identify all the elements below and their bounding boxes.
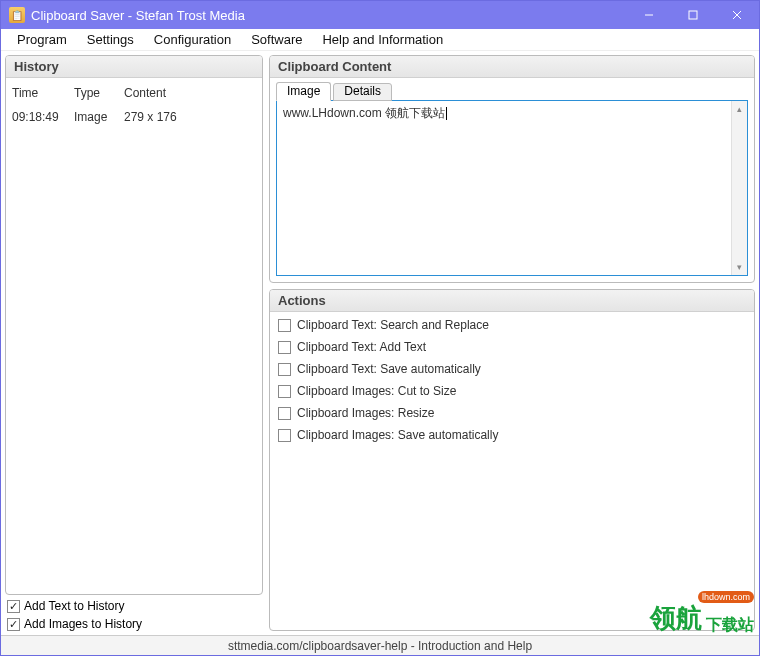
menu-settings[interactable]: Settings [77, 30, 144, 49]
action-save-text-auto[interactable]: Clipboard Text: Save automatically [278, 362, 746, 376]
tab-details[interactable]: Details [333, 83, 392, 101]
maximize-button[interactable] [671, 1, 715, 29]
statusbar: sttmedia.com/clipboardsaver-help - Intro… [1, 635, 759, 655]
clipboard-content-panel: Clipboard Content Image Details www.LHdo… [269, 55, 755, 283]
history-col-time[interactable]: Time [12, 86, 74, 100]
clipboard-content-title: Clipboard Content [270, 56, 754, 78]
action-add-text[interactable]: Clipboard Text: Add Text [278, 340, 746, 354]
content-tabs: Image Details [276, 82, 748, 101]
statusbar-text: sttmedia.com/clipboardsaver-help - Intro… [228, 639, 532, 653]
menu-configuration[interactable]: Configuration [144, 30, 241, 49]
history-cell-time: 09:18:49 [12, 110, 74, 124]
action-save-image-auto[interactable]: Clipboard Images: Save automatically [278, 428, 746, 442]
action-label: Clipboard Text: Save automatically [297, 362, 481, 376]
titlebar: 📋 Clipboard Saver - Stefan Trost Media [1, 1, 759, 29]
menu-help[interactable]: Help and Information [312, 30, 453, 49]
history-body: Time Type Content 09:18:49 Image 279 x 1… [6, 78, 262, 594]
checkbox-icon: ✓ [7, 600, 20, 613]
menu-software[interactable]: Software [241, 30, 312, 49]
checkbox-icon [278, 385, 291, 398]
option-add-text-label: Add Text to History [24, 599, 125, 613]
left-column: History Time Type Content 09:18:49 Image… [5, 55, 263, 631]
menubar: Program Settings Configuration Software … [1, 29, 759, 51]
action-resize[interactable]: Clipboard Images: Resize [278, 406, 746, 420]
action-label: Clipboard Text: Search and Replace [297, 318, 489, 332]
action-label: Clipboard Images: Resize [297, 406, 434, 420]
history-cell-type: Image [74, 110, 124, 124]
actions-panel: Actions Clipboard Text: Search and Repla… [269, 289, 755, 631]
action-label: Clipboard Text: Add Text [297, 340, 426, 354]
menu-program[interactable]: Program [7, 30, 77, 49]
close-button[interactable] [715, 1, 759, 29]
history-col-type[interactable]: Type [74, 86, 124, 100]
option-add-images[interactable]: ✓ Add Images to History [5, 617, 263, 631]
main-area: History Time Type Content 09:18:49 Image… [1, 51, 759, 635]
history-cell-content: 279 x 176 [124, 110, 256, 124]
scroll-down-icon[interactable]: ▾ [732, 259, 747, 275]
actions-body: Clipboard Text: Search and Replace Clipb… [270, 312, 754, 448]
history-title: History [6, 56, 262, 78]
action-search-replace[interactable]: Clipboard Text: Search and Replace [278, 318, 746, 332]
clipboard-text-value: www.LHdown.com 领航下载站 [283, 106, 445, 120]
text-caret [446, 107, 447, 120]
clipboard-text-area[interactable]: www.LHdown.com 领航下载站 ▴ ▾ [276, 100, 748, 276]
action-cut-size[interactable]: Clipboard Images: Cut to Size [278, 384, 746, 398]
app-icon: 📋 [9, 7, 25, 23]
checkbox-icon [278, 341, 291, 354]
minimize-button[interactable] [627, 1, 671, 29]
option-add-text[interactable]: ✓ Add Text to History [5, 599, 263, 613]
window-title: Clipboard Saver - Stefan Trost Media [31, 8, 627, 23]
checkbox-icon [278, 319, 291, 332]
option-add-images-label: Add Images to History [24, 617, 142, 631]
action-label: Clipboard Images: Save automatically [297, 428, 498, 442]
right-column: Clipboard Content Image Details www.LHdo… [269, 55, 755, 631]
history-header-row: Time Type Content [12, 84, 256, 110]
history-col-content[interactable]: Content [124, 86, 256, 100]
clipboard-content-body: Image Details www.LHdown.com 领航下载站 ▴ ▾ [270, 78, 754, 282]
scroll-up-icon[interactable]: ▴ [732, 101, 747, 117]
history-row[interactable]: 09:18:49 Image 279 x 176 [12, 110, 256, 126]
action-label: Clipboard Images: Cut to Size [297, 384, 456, 398]
checkbox-icon [278, 429, 291, 442]
checkbox-icon: ✓ [7, 618, 20, 631]
history-panel: History Time Type Content 09:18:49 Image… [5, 55, 263, 595]
checkbox-icon [278, 407, 291, 420]
tab-image[interactable]: Image [276, 82, 331, 101]
svg-rect-1 [689, 11, 697, 19]
actions-title: Actions [270, 290, 754, 312]
checkbox-icon [278, 363, 291, 376]
scrollbar[interactable]: ▴ ▾ [731, 101, 747, 275]
